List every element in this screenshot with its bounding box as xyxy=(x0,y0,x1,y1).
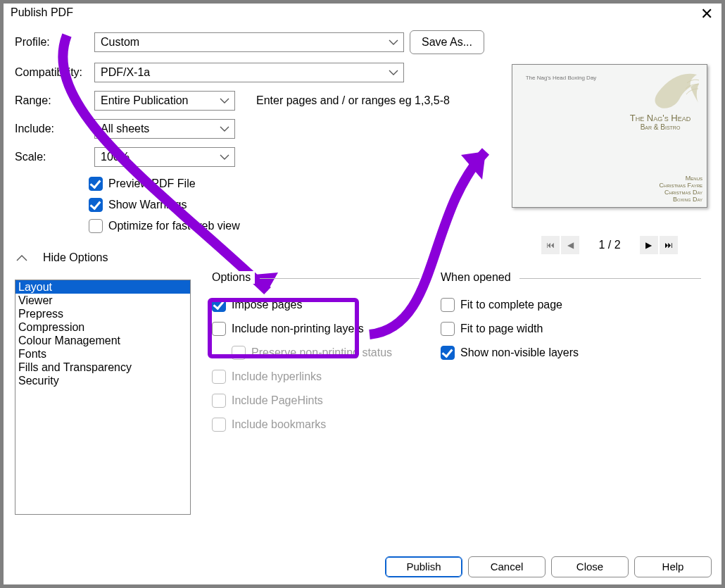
preview-pane: The Nag's Head Boxing Day The Nag's Head… xyxy=(508,64,712,268)
help-button[interactable]: Help xyxy=(634,556,712,577)
chevron-down-icon xyxy=(388,67,399,78)
range-value: Entire Publication xyxy=(95,92,234,110)
footer-buttons: Publish Cancel Close Help xyxy=(385,556,712,577)
close-button[interactable]: Close xyxy=(551,556,629,577)
thumb-caption: The Nag's Head Boxing Day xyxy=(526,75,597,81)
profile-combo[interactable]: Custom xyxy=(94,32,404,52)
cat-item-viewer[interactable]: Viewer xyxy=(15,294,190,307)
chevron-down-icon xyxy=(388,37,399,48)
scale-value: 100% xyxy=(95,148,234,166)
chevron-down-icon xyxy=(219,95,230,106)
compat-value: PDF/X-1a xyxy=(95,63,403,82)
checkbox-icon xyxy=(89,219,103,233)
chevron-down-icon xyxy=(219,151,230,163)
publish-button[interactable]: Publish xyxy=(385,556,462,577)
preview-pager: ⏮ ◀ 1 / 2 ▶ ⏭ xyxy=(508,236,712,254)
compat-combo[interactable]: PDF/X-1a xyxy=(94,63,404,82)
category-list[interactable]: Layout Viewer Prepress Compression Colou… xyxy=(15,280,191,515)
label-profile: Profile: xyxy=(15,36,89,49)
when-opened-legend: When opened xyxy=(441,271,515,284)
cat-item-layout[interactable]: Layout xyxy=(15,280,190,294)
check-pagehints: Include PageHints xyxy=(212,394,420,408)
profile-value: Custom xyxy=(95,33,403,51)
cancel-button[interactable]: Cancel xyxy=(468,556,546,577)
last-page-icon: ⏭ xyxy=(664,240,673,250)
check-fit-page[interactable]: Fit to complete page xyxy=(441,298,701,312)
options-legend: Options xyxy=(212,271,255,284)
check-show-nonvis[interactable]: Show non-visible layers xyxy=(441,346,701,360)
pager-first-button[interactable]: ⏮ xyxy=(541,236,560,254)
chevron-down-icon xyxy=(219,123,230,135)
when-opened-fieldset: When opened Fit to complete page Fit to … xyxy=(441,280,701,515)
preview-thumbnail: The Nag's Head Boxing Day The Nag's Head… xyxy=(512,64,707,208)
cat-item-colour[interactable]: Colour Management xyxy=(15,334,190,347)
check-preserve-nonprint: Preserve non-printing status xyxy=(232,346,420,360)
pager-next-button[interactable]: ▶ xyxy=(640,236,658,254)
close-icon[interactable]: ✕ xyxy=(696,5,717,23)
label-range: Range: xyxy=(15,94,89,107)
range-hint: Enter pages and / or ranges eg 1,3,5-8 xyxy=(256,94,473,107)
label-compat: Compatibility: xyxy=(15,66,89,79)
dialog-publish-pdf: Publish PDF ✕ Profile: Custom Save As...… xyxy=(0,0,725,588)
include-value: All sheets xyxy=(95,120,234,138)
lower-panels: Layout Viewer Prepress Compression Colou… xyxy=(15,280,710,515)
pager-prev-button[interactable]: ◀ xyxy=(561,236,579,254)
dialog-title: Publish PDF xyxy=(11,6,73,18)
check-impose[interactable]: Impose pages xyxy=(212,298,420,312)
next-page-icon: ▶ xyxy=(645,240,652,250)
first-page-icon: ⏮ xyxy=(546,240,555,250)
include-combo[interactable]: All sheets xyxy=(94,119,235,139)
pager-status: 1 / 2 xyxy=(598,239,620,251)
chevron-up-icon xyxy=(15,253,29,263)
checkbox-icon xyxy=(212,322,226,336)
label-scale: Scale: xyxy=(15,151,89,163)
check-fit-width[interactable]: Fit to page width xyxy=(441,322,701,336)
checkbox-icon xyxy=(89,177,103,191)
options-fieldset: Options Impose pages Include non-printin… xyxy=(212,280,420,515)
thumb-menus: Menus Christmas Fayre Christmas Day Boxi… xyxy=(660,175,702,203)
cat-item-fills[interactable]: Fills and Transparency xyxy=(15,361,190,374)
checkbox-icon xyxy=(441,346,455,360)
checkbox-icon xyxy=(232,346,246,360)
save-as-button[interactable]: Save As... xyxy=(410,30,484,54)
cat-item-fonts[interactable]: Fonts xyxy=(15,347,190,361)
prev-page-icon: ◀ xyxy=(567,240,574,250)
scale-combo[interactable]: 100% xyxy=(94,147,235,167)
checkbox-icon xyxy=(212,394,226,408)
check-bookmarks: Include bookmarks xyxy=(212,418,420,432)
cat-item-prepress[interactable]: Prepress xyxy=(15,307,190,320)
checkbox-icon xyxy=(441,322,455,336)
pager-last-button[interactable]: ⏭ xyxy=(660,236,678,254)
checkbox-icon xyxy=(212,298,226,312)
cat-item-security[interactable]: Security xyxy=(15,374,190,387)
hide-options-label: Hide Options xyxy=(43,251,108,264)
cat-item-compression[interactable]: Compression xyxy=(15,320,190,334)
thumb-title: The Nag's Head Bar & Bistro xyxy=(618,113,702,131)
range-combo[interactable]: Entire Publication xyxy=(94,91,235,111)
check-nonprint-layers[interactable]: Include non-printing layers xyxy=(212,322,420,336)
titlebar: Publish PDF ✕ xyxy=(4,4,721,22)
checkbox-icon xyxy=(212,370,226,384)
check-hyperlinks: Include hyperlinks xyxy=(212,370,420,384)
horse-icon xyxy=(619,68,704,117)
checkbox-icon xyxy=(89,198,103,212)
checkbox-icon xyxy=(212,418,226,432)
label-include: Include: xyxy=(15,123,89,135)
checkbox-icon xyxy=(441,298,455,312)
